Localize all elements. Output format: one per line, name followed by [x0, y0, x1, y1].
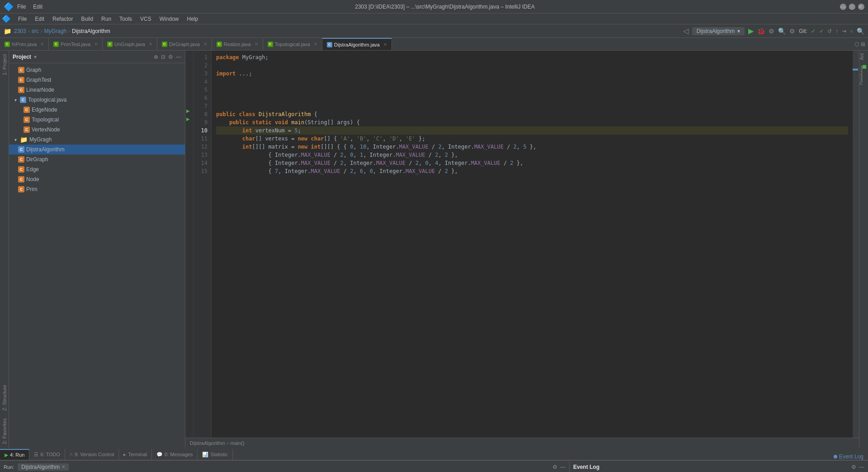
- settings-icon[interactable]: ⚙: [789, 28, 795, 35]
- sidebar-project-tab[interactable]: 1: Project: [2, 51, 7, 79]
- icon-java-topological: C: [20, 97, 26, 103]
- breadcrumb-code-class: DijstraAlgorithm: [190, 440, 225, 446]
- tab-vcs[interactable]: ⑃ 9: Version Control: [65, 449, 119, 460]
- tab-prim-h[interactable]: C h\Prim.java ✕: [0, 38, 49, 51]
- tree-node[interactable]: C Node: [9, 174, 185, 184]
- tree-dijstra[interactable]: C DijstraAlgorithm: [9, 145, 185, 154]
- project-close[interactable]: —: [176, 54, 181, 60]
- tab-messages[interactable]: 💬 0: Messages: [152, 449, 198, 460]
- event-log-settings[interactable]: ⚙: [851, 464, 856, 470]
- tab-dirgraph[interactable]: C DirGraph.java ✕: [157, 38, 212, 51]
- sidebar-favorites-tab[interactable]: 2: Favorites: [2, 415, 7, 448]
- menu-window[interactable]: Window: [156, 15, 183, 23]
- tab-right-controls: ⬡ ⊞: [852, 41, 868, 47]
- project-arrow: ▾: [34, 54, 37, 60]
- breadcrumb-2303[interactable]: 2303: [14, 28, 26, 34]
- right-indicator-bar: [863, 65, 866, 92]
- tab-primtest[interactable]: C PrimTest.java ✕: [49, 38, 103, 51]
- project-settings[interactable]: ⚙: [168, 54, 173, 60]
- ant-tab[interactable]: Ant: [859, 51, 864, 63]
- right-scrollbar[interactable]: [853, 51, 859, 438]
- code-line-2: [216, 61, 848, 70]
- maximize-button[interactable]: □: [849, 4, 855, 10]
- code-line-3: import ...;: [216, 70, 848, 78]
- menu-file[interactable]: File: [14, 15, 30, 23]
- icon-c-edgenode: C: [24, 107, 30, 113]
- tree-edge[interactable]: C Edge: [9, 164, 185, 174]
- statistic-icon: 📊: [202, 452, 208, 458]
- icon-java-dijstra: C: [18, 146, 24, 153]
- tree-prim[interactable]: C Prim: [9, 184, 185, 194]
- sidebar-structure-tab[interactable]: Z: Structure: [2, 381, 7, 414]
- tree-graphtest[interactable]: C GraphTest: [9, 75, 185, 85]
- menu-edit[interactable]: Edit: [31, 15, 48, 23]
- tab-dijstra[interactable]: C DijstraAlgorithm.java ✕: [322, 38, 392, 51]
- menu-build[interactable]: Build: [77, 15, 97, 23]
- tab-topological[interactable]: C Topological.java ✕: [263, 38, 322, 51]
- run-config-name: DijstraAlgorithm: [21, 464, 60, 470]
- event-log-header: Event Log ⚙ —: [570, 461, 868, 472]
- run-config-tab[interactable]: DijstraAlgorithm ✕: [18, 463, 69, 471]
- coverage-button[interactable]: ⚙: [769, 28, 774, 35]
- tree-edgenode[interactable]: C EdgeNode: [9, 105, 185, 115]
- code-line-8: public class DijstraAlgorithm {: [216, 110, 848, 118]
- editor-area: ▶ ▶ 12345 678910 1112131415 package MyGr…: [185, 51, 859, 448]
- git-branch[interactable]: ⑃: [850, 28, 853, 34]
- split-button[interactable]: ⬡: [854, 41, 859, 47]
- run-config-arrow: ▾: [737, 28, 740, 34]
- code-content[interactable]: package MyGragh; import ...; public clas…: [212, 51, 853, 438]
- tab-ungraph[interactable]: C UnGraph.java ✕: [103, 38, 157, 51]
- tree-topological-java[interactable]: ▾ C Topological.java: [9, 95, 185, 105]
- icon-c-prim: C: [18, 186, 24, 192]
- breadcrumb-code-method: main(): [230, 440, 244, 446]
- breadcrumb-src[interactable]: src: [32, 28, 39, 34]
- tab-realize[interactable]: C Realize.java ✕: [212, 38, 263, 51]
- git-push[interactable]: ↑: [835, 28, 838, 34]
- event-log-minimize[interactable]: —: [859, 464, 864, 470]
- git-pull[interactable]: ⇥: [842, 28, 846, 34]
- tree-graph[interactable]: C Graph: [9, 65, 185, 75]
- title-bar: 🔷 File Edit 2303 [D:\IDEA\2303] – ...\sr…: [0, 0, 868, 14]
- project-header: Project ▾ ⊕ ⊟ ⚙ —: [9, 51, 185, 63]
- global-search[interactable]: 🔍: [857, 28, 864, 35]
- back-icon[interactable]: ◁: [683, 27, 689, 35]
- event-log-title: Event Log: [573, 464, 599, 470]
- menu-help[interactable]: Help: [183, 15, 202, 23]
- project-add[interactable]: ⊕: [154, 54, 158, 60]
- line-numbers: 12345 678910 1112131415: [193, 51, 212, 438]
- git-check2: ✓: [819, 28, 824, 34]
- main-area: 1: Project Z: Structure 2: Favorites Pro…: [0, 51, 868, 448]
- tree-linearnode[interactable]: C LinearNode: [9, 85, 185, 95]
- run-tab-close[interactable]: ✕: [61, 464, 65, 469]
- icon-c-graphtest: C: [18, 77, 24, 83]
- run-minimize-icon[interactable]: —: [560, 464, 566, 470]
- tree-topological[interactable]: C Topological: [9, 115, 185, 125]
- breadcrumb-mygragh[interactable]: MyGragh: [44, 28, 66, 34]
- git-refresh[interactable]: ↺: [827, 28, 832, 34]
- menu-tools[interactable]: Tools: [116, 15, 136, 23]
- minimize-button[interactable]: —: [840, 4, 846, 10]
- run-config-dropdown[interactable]: DijstraAlgorithm ▾: [692, 27, 745, 35]
- tree-dirgraph[interactable]: C DirGraph: [9, 154, 185, 164]
- tree-mygragh-folder[interactable]: ▾ 📁 MyGragh: [9, 135, 185, 145]
- menu-refactor[interactable]: Refactor: [49, 15, 76, 23]
- menu-run[interactable]: Run: [98, 15, 115, 23]
- menu-vcs[interactable]: VCS: [137, 15, 155, 23]
- tab-run[interactable]: ▶ 4: Run: [0, 449, 29, 460]
- todo-icon: ☰: [34, 452, 38, 458]
- tab-todo[interactable]: ☰ 6: TODO: [29, 449, 65, 460]
- window-controls: — □ ✕: [840, 4, 864, 10]
- debug-button[interactable]: 🐞: [757, 28, 765, 35]
- collapse-button[interactable]: ⊞: [861, 41, 865, 47]
- close-button[interactable]: ✕: [858, 4, 864, 10]
- event-log-panel: Event Log ⚙ — 19:54 Build completed succ…: [570, 461, 868, 472]
- run-button[interactable]: ▶: [748, 27, 754, 35]
- project-collapse-all[interactable]: ⊟: [161, 54, 165, 60]
- tab-terminal[interactable]: ▸ Terminal: [119, 449, 152, 460]
- code-line-14: { Integer.MAX_VALUE / 2, Integer.MAX_VAL…: [216, 159, 848, 167]
- search-button[interactable]: 🔍: [778, 28, 786, 35]
- tab-statistic[interactable]: 📊 Statistic: [198, 449, 233, 460]
- tree-vertexnode[interactable]: C VertexNode: [9, 125, 185, 135]
- event-log-tab-right[interactable]: Event Log: [839, 453, 863, 460]
- run-settings-icon[interactable]: ⚙: [552, 464, 557, 470]
